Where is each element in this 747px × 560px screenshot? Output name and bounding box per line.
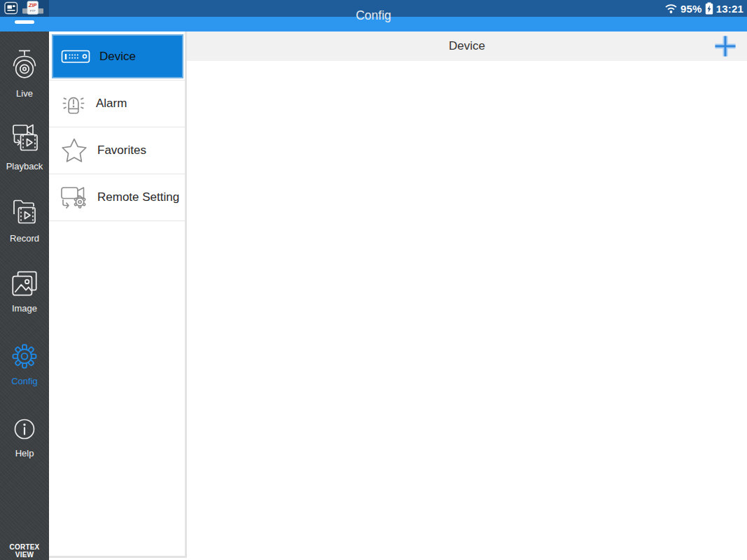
add-device-button[interactable] [713,34,738,59]
menu-item-label: Favorites [97,144,146,158]
menu-item-label: Alarm [96,97,127,111]
sidebar-item-label: Live [16,88,33,99]
brand-label: CORTEX VIEW [0,543,49,559]
menu-item-device[interactable]: Device [49,34,185,80]
sidebar-item-config[interactable]: Config [0,340,49,386]
page-title: Config [0,8,747,23]
sidebar-item-label: Help [15,448,34,458]
config-menu-panel: Device Alarm [49,31,187,558]
sidebar-item-label: Image [12,303,37,314]
camera-filmstrip-icon [8,121,41,158]
sidebar-item-record[interactable]: Record [0,195,49,244]
menu-item-remote-setting[interactable]: Remote Setting [49,174,185,221]
plus-icon [713,34,738,59]
menu-item-label: Device [99,50,136,64]
sidebar-item-live[interactable]: Live [0,48,49,99]
menu-item-alarm[interactable]: Alarm [49,80,185,127]
content-header-title: Device [187,31,747,61]
sidebar-item-label: Record [10,233,39,244]
menu-item-label: Remote Setting [97,190,179,204]
info-icon [9,414,40,444]
photos-icon [8,267,41,300]
main-content: Device [187,31,747,560]
camera-gear-icon [60,184,88,211]
folder-filmstrip-icon [8,195,41,230]
gear-icon [8,340,41,372]
menu-item-device-selected[interactable]: Device [52,34,183,78]
star-icon [60,137,88,164]
menu-item-favorites[interactable]: Favorites [49,127,185,174]
sidebar-item-image[interactable]: Image [0,267,49,314]
sidebar-item-label: Config [11,376,38,386]
nav-sidebar: Live Playback [0,31,49,560]
app-screen: ZIP FTP 95% 13:21 [0,0,747,560]
sidebar-item-help[interactable]: Help [0,414,49,458]
sidebar-item-label: Playback [6,161,43,172]
dvr-device-icon [61,48,90,65]
sidebar-item-playback[interactable]: Playback [0,121,49,172]
cctv-camera-icon [8,48,41,85]
svg-text:ZIP: ZIP [28,2,36,8]
siren-icon [60,90,87,117]
content-header: Device [187,31,747,61]
